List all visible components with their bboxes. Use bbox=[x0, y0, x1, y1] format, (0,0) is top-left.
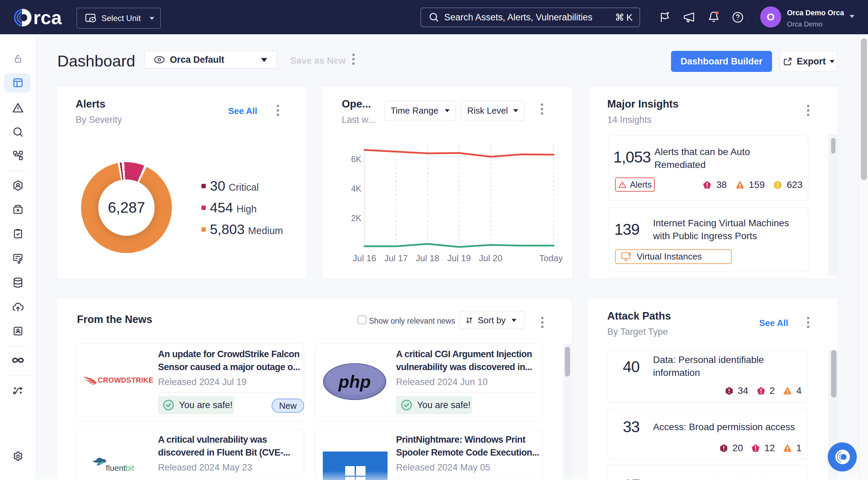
svg-text:Today: Today bbox=[539, 253, 563, 263]
svg-text:Jul 17: Jul 17 bbox=[384, 253, 408, 263]
svg-text:Jul 19: Jul 19 bbox=[447, 253, 471, 263]
svg-text:CROWDSTRIKE: CROWDSTRIKE bbox=[98, 376, 154, 384]
svg-text:Jul 20: Jul 20 bbox=[479, 253, 502, 263]
svg-text:Jul 18: Jul 18 bbox=[416, 253, 439, 263]
svg-text:4K: 4K bbox=[351, 184, 361, 193]
svg-text:Jul 16: Jul 16 bbox=[353, 253, 376, 263]
svg-text:6K: 6K bbox=[351, 154, 361, 164]
svg-text:rca: rca bbox=[33, 7, 62, 28]
svg-text:bit: bit bbox=[125, 463, 134, 473]
svg-text:2K: 2K bbox=[351, 213, 361, 223]
svg-text:fluent: fluent bbox=[106, 463, 126, 473]
svg-text:php: php bbox=[338, 372, 371, 391]
